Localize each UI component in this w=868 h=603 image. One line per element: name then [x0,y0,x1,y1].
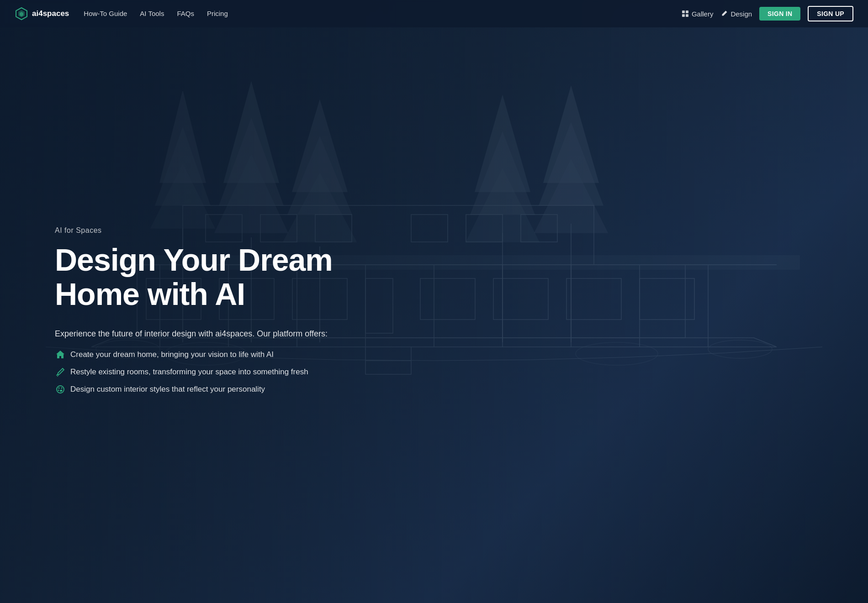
gallery-link[interactable]: Gallery [682,10,714,18]
design-icon [720,10,728,17]
logo[interactable]: ai4spaces [15,7,69,21]
palette-icon [55,384,66,395]
hero-description: Experience the future of interior design… [55,328,402,340]
hero-title: Design Your Dream Home with AI [55,243,402,311]
svg-rect-6 [686,14,688,17]
nav-item-faqs[interactable]: FAQs [177,10,194,18]
svg-rect-3 [682,10,685,13]
svg-point-59 [58,387,60,388]
nav-links: How-To Guide AI Tools FAQs Pricing [84,10,228,18]
hero-section: AI for Spaces Design Your Dream Home wit… [0,0,868,603]
nav-link-howto[interactable]: How-To Guide [84,10,127,17]
signup-button[interactable]: SIGN UP [808,6,853,21]
hero-subtitle: AI for Spaces [55,226,402,235]
feature-text-restyle: Restyle existing rooms, transforming you… [70,367,308,378]
feature-item-palette: Design custom interior styles that refle… [55,384,402,395]
nav-item-pricing[interactable]: Pricing [207,10,228,18]
nav-item-aitools[interactable]: AI Tools [140,10,164,18]
feature-text-create: Create your dream home, bringing your vi… [70,349,274,360]
logo-icon [15,7,28,21]
nav-link-pricing[interactable]: Pricing [207,10,228,17]
gallery-icon [682,10,689,17]
house-icon [55,349,66,360]
svg-point-61 [58,389,59,391]
svg-point-58 [57,386,64,393]
hero-content: AI for Spaces Design Your Dream Home wit… [55,226,402,395]
nav-item-howto[interactable]: How-To Guide [84,10,127,18]
design-label: Design [730,10,752,18]
feature-text-palette: Design custom interior styles that refle… [70,384,265,395]
svg-rect-4 [686,10,688,13]
svg-rect-5 [682,14,685,17]
signin-button[interactable]: SIGN IN [759,7,800,21]
navbar: ai4spaces How-To Guide AI Tools FAQs Pri… [0,0,868,27]
nav-link-aitools[interactable]: AI Tools [140,10,164,17]
gallery-label: Gallery [692,10,714,18]
navbar-right: Gallery Design SIGN IN SIGN UP [682,6,853,21]
logo-text: ai4spaces [32,9,69,18]
hero-features: Create your dream home, bringing your vi… [55,349,402,395]
feature-item-restyle: Restyle existing rooms, transforming you… [55,367,402,378]
feature-item-create: Create your dream home, bringing your vi… [55,349,402,360]
restyle-icon [55,367,66,378]
nav-link-faqs[interactable]: FAQs [177,10,194,17]
design-link[interactable]: Design [720,10,752,18]
svg-point-60 [61,387,63,388]
navbar-left: ai4spaces How-To Guide AI Tools FAQs Pri… [15,7,228,21]
